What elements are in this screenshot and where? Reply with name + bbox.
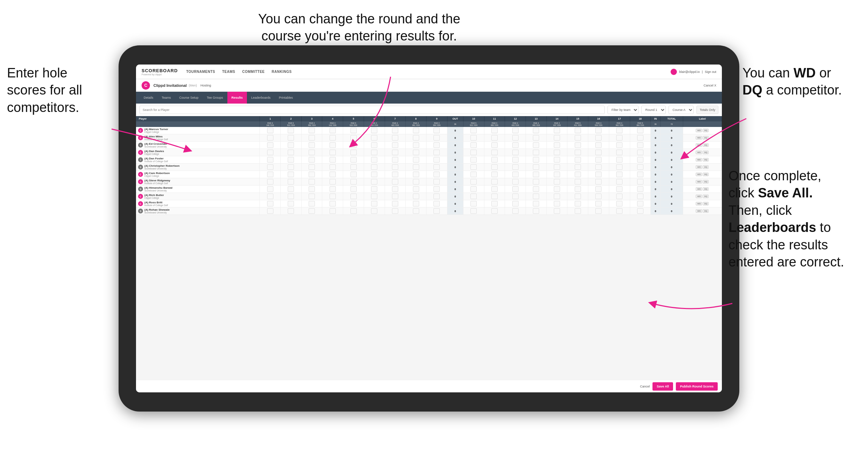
hole-15-score-0[interactable] [567,127,588,134]
hole-8-score-10[interactable] [406,200,427,208]
hole-9-score-11[interactable] [426,208,447,215]
hole-17-score-11[interactable] [609,208,630,215]
hole-16-score-5[interactable] [588,164,609,171]
hole-7-score-11[interactable] [385,208,406,215]
hole-12-score-5[interactable] [505,164,526,171]
hole-2-score-9[interactable] [281,193,302,200]
hole-10-score-6[interactable] [463,171,484,178]
hole-3-score-0[interactable] [301,127,322,134]
hole-17-score-8[interactable] [609,186,630,193]
dq-button-9[interactable]: DQ [703,195,709,198]
hole-16-score-4[interactable] [588,156,609,164]
hole-12-score-10[interactable] [505,200,526,208]
hole-4-score-6[interactable] [322,171,343,178]
hole-2-score-0[interactable] [281,127,302,134]
hole-15-score-2[interactable] [567,142,588,149]
hole-1-score-9[interactable] [260,193,281,200]
hole-17-score-4[interactable] [609,156,630,164]
hole-11-score-1[interactable] [484,134,505,142]
sign-out-link[interactable]: Sign out [705,70,716,74]
hole-11-score-6[interactable] [484,171,505,178]
hole-6-score-8[interactable] [364,186,385,193]
hole-9-score-7[interactable] [426,178,447,186]
hole-6-score-1[interactable] [364,134,385,142]
hole-13-score-10[interactable] [526,200,547,208]
dq-button-7[interactable]: DQ [703,180,709,183]
hole-8-score-2[interactable] [406,142,427,149]
hole-1-score-10[interactable] [260,200,281,208]
hole-16-score-3[interactable] [588,149,609,156]
hole-16-score-9[interactable] [588,193,609,200]
nav-rankings[interactable]: RANKINGS [272,70,292,74]
dq-button-11[interactable]: DQ [703,209,709,213]
hole-2-score-6[interactable] [281,171,302,178]
dq-button-10[interactable]: DQ [703,202,709,205]
hole-15-score-6[interactable] [567,171,588,178]
hole-11-score-7[interactable] [484,178,505,186]
hole-2-score-2[interactable] [281,142,302,149]
hole-17-score-0[interactable] [609,127,630,134]
hole-10-score-8[interactable] [463,186,484,193]
hole-7-score-2[interactable] [385,142,406,149]
hole-6-score-5[interactable] [364,164,385,171]
hole-8-score-3[interactable] [406,149,427,156]
hole-2-score-1[interactable] [281,134,302,142]
hole-5-score-2[interactable] [343,142,364,149]
hole-18-score-1[interactable] [630,134,651,142]
hole-13-score-5[interactable] [526,164,547,171]
hole-4-score-7[interactable] [322,178,343,186]
hole-8-score-8[interactable] [406,186,427,193]
hole-15-score-3[interactable] [567,149,588,156]
hole-7-score-3[interactable] [385,149,406,156]
hole-6-score-7[interactable] [364,178,385,186]
hole-1-score-2[interactable] [260,142,281,149]
hole-11-score-10[interactable] [484,200,505,208]
hole-5-score-0[interactable] [343,127,364,134]
hole-13-score-0[interactable] [526,127,547,134]
hole-14-score-4[interactable] [546,156,567,164]
hole-1-score-8[interactable] [260,186,281,193]
hole-3-score-2[interactable] [301,142,322,149]
tab-teams[interactable]: Teams [158,92,175,104]
hole-6-score-4[interactable] [364,156,385,164]
tab-course-setup[interactable]: Course Setup [175,92,203,104]
totals-only-button[interactable]: Totals Only [696,106,718,114]
wd-button-7[interactable]: WD [696,180,702,183]
hole-7-score-0[interactable] [385,127,406,134]
hole-12-score-11[interactable] [505,208,526,215]
hole-4-score-10[interactable] [322,200,343,208]
hole-10-score-2[interactable] [463,142,484,149]
hole-8-score-11[interactable] [406,208,427,215]
hole-4-score-8[interactable] [322,186,343,193]
dq-button-6[interactable]: DQ [703,173,709,176]
hole-5-score-6[interactable] [343,171,364,178]
hole-16-score-11[interactable] [588,208,609,215]
hole-14-score-0[interactable] [546,127,567,134]
hole-14-score-8[interactable] [546,186,567,193]
tab-leaderboards[interactable]: Leaderboards [247,92,275,104]
hole-1-score-0[interactable] [260,127,281,134]
wd-button-6[interactable]: WD [696,173,702,176]
hole-13-score-7[interactable] [526,178,547,186]
hole-15-score-11[interactable] [567,208,588,215]
nav-tournaments[interactable]: TOURNAMENTS [186,70,215,74]
hole-11-score-9[interactable] [484,193,505,200]
hole-6-score-9[interactable] [364,193,385,200]
hole-13-score-6[interactable] [526,171,547,178]
hole-14-score-11[interactable] [546,208,567,215]
hole-4-score-11[interactable] [322,208,343,215]
hole-14-score-6[interactable] [546,171,567,178]
hole-4-score-1[interactable] [322,134,343,142]
hole-2-score-3[interactable] [281,149,302,156]
hole-11-score-2[interactable] [484,142,505,149]
filter-by-team-select[interactable]: Filter by team [607,106,639,114]
hole-18-score-2[interactable] [630,142,651,149]
hole-16-score-7[interactable] [588,178,609,186]
hole-17-score-10[interactable] [609,200,630,208]
hole-1-score-5[interactable] [260,164,281,171]
hole-11-score-8[interactable] [484,186,505,193]
hole-18-score-3[interactable] [630,149,651,156]
hole-5-score-1[interactable] [343,134,364,142]
hole-2-score-10[interactable] [281,200,302,208]
round-select[interactable]: Round 1 [641,106,666,114]
